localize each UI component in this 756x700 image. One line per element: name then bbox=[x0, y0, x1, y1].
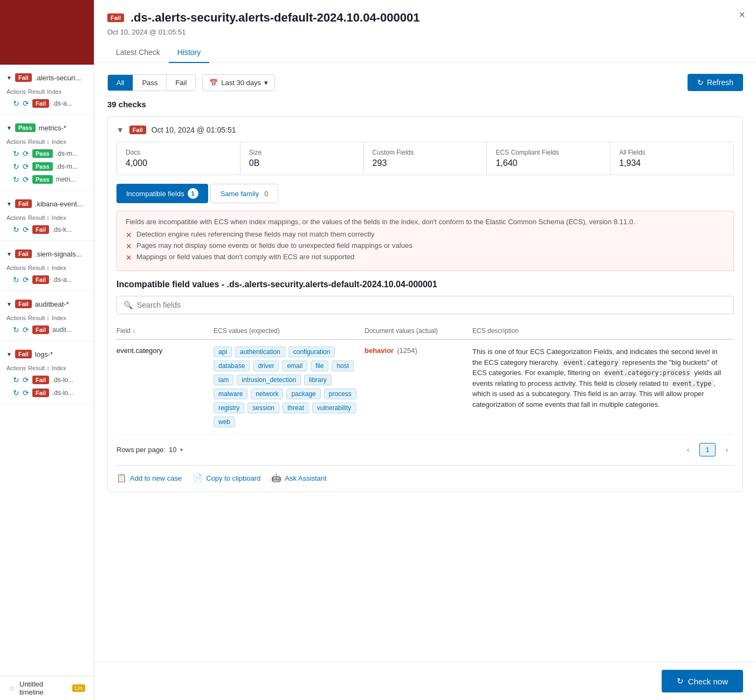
history-icon[interactable]: ⟳ bbox=[23, 275, 29, 284]
modal-close-button[interactable]: × bbox=[739, 9, 745, 21]
check-now-label: Check now bbox=[688, 677, 728, 686]
ecs-tag: api bbox=[214, 346, 232, 357]
filter-fail-button[interactable]: Fail bbox=[167, 75, 195, 91]
sidebar-group-siem-header[interactable]: ▼ Fail .siem-signals... bbox=[0, 245, 94, 262]
result-label: Result ↕ bbox=[28, 138, 50, 145]
history-icon[interactable]: ⟳ bbox=[23, 225, 29, 234]
incompat-tab-label: Incompatible fields bbox=[126, 190, 184, 198]
history-icon[interactable]: ⟳ bbox=[23, 149, 29, 158]
stats-custom-fields: Custom Fields 293 bbox=[364, 142, 487, 175]
refresh-icon[interactable]: ↻ bbox=[13, 149, 19, 158]
clipboard-icon: 📄 bbox=[193, 473, 203, 483]
page-1-button[interactable]: 1 bbox=[699, 443, 715, 456]
x-icon: ✕ bbox=[126, 242, 132, 251]
index-label: Index bbox=[52, 265, 66, 271]
x-icon: ✕ bbox=[126, 231, 132, 239]
stats-table: Docs 4,000 Size 0B Custom Fields 293 ECS… bbox=[116, 142, 734, 175]
ecs-tag: network bbox=[251, 389, 283, 399]
history-icon[interactable]: ⟳ bbox=[23, 376, 29, 384]
stats-size: Size 0B bbox=[240, 142, 364, 175]
refresh-icon[interactable]: ↻ bbox=[13, 225, 19, 234]
check-now-button[interactable]: ↻ Check now bbox=[662, 670, 743, 692]
footer-bar: ↻ Check now bbox=[94, 662, 756, 700]
chevron-down-icon[interactable]: ▼ bbox=[116, 126, 124, 134]
check-card-date: Oct 10, 2024 @ 01:05:51 bbox=[152, 126, 236, 134]
modal-body: All Pass Fail 📅 Last 30 days ▾ ↻ Refresh… bbox=[94, 63, 756, 700]
badge-fail: Fail bbox=[15, 199, 32, 208]
tab-latest-check[interactable]: Latest Check bbox=[107, 43, 169, 63]
ask-assistant-button[interactable]: 🤖 Ask Assistant bbox=[271, 473, 326, 483]
search-icon: 🔍 bbox=[123, 301, 133, 309]
ecs-tag: authentication bbox=[235, 346, 285, 357]
stats-size-value: 0B bbox=[249, 158, 355, 168]
sidebar-group-logs-header[interactable]: ▼ Fail logs-* bbox=[0, 345, 94, 363]
history-icon[interactable]: ⟳ bbox=[23, 325, 29, 334]
warning-text-3: Mappings or field values that don't comp… bbox=[136, 253, 354, 261]
rows-per-page-value: 10 bbox=[169, 446, 176, 454]
refresh-icon[interactable]: ↻ bbox=[13, 162, 19, 171]
prev-page-button[interactable]: ‹ bbox=[681, 443, 695, 456]
rows-per-page[interactable]: Rows per page: 10 ▾ bbox=[116, 446, 183, 454]
refresh-icon[interactable]: ↻ bbox=[13, 99, 19, 108]
sidebar-group-metrics-header[interactable]: ▼ Pass metrics-* bbox=[0, 119, 94, 136]
sidebar-group-header[interactable]: ▼ Fail .alerts-securi... bbox=[0, 69, 94, 86]
same-family-tab[interactable]: Same family 0 bbox=[210, 184, 279, 203]
filter-all-button[interactable]: All bbox=[108, 75, 133, 91]
table-row: event.category apiauthenticationconfigur… bbox=[116, 339, 734, 434]
index-name: audit... bbox=[52, 326, 72, 334]
ecs-tag: driver bbox=[253, 361, 279, 371]
refresh-icon[interactable]: ↻ bbox=[13, 325, 19, 334]
sidebar-group-kibana: ▼ Fail .kibana-event... Actions Result ↕… bbox=[0, 191, 94, 241]
chevron-down-icon: ▼ bbox=[6, 75, 12, 81]
sidebar-auditbeat-item-1: ↻ ⟳ Fail audit... bbox=[0, 323, 94, 336]
pagination-controls: ‹ 1 › bbox=[681, 443, 734, 456]
refresh-icon[interactable]: ↻ bbox=[13, 376, 19, 384]
ecs-tag: process bbox=[324, 389, 356, 399]
history-icon[interactable]: ⟳ bbox=[23, 389, 29, 397]
chevron-down-icon: ▼ bbox=[6, 351, 12, 357]
sidebar-group-kibana-header[interactable]: ▼ Fail .kibana-event... bbox=[0, 195, 94, 212]
sidebar-logs-actions-row: Actions Result ↕ Index bbox=[0, 363, 94, 373]
search-input[interactable] bbox=[137, 301, 727, 309]
ecs-tag: package bbox=[286, 389, 320, 399]
history-icon[interactable]: ⟳ bbox=[23, 99, 29, 108]
sort-icon[interactable]: ↕ bbox=[133, 328, 135, 334]
stats-ecs-compliant-label: ECS Compliant Fields bbox=[496, 149, 601, 156]
refresh-button[interactable]: ↻ Refresh bbox=[688, 74, 743, 91]
history-icon[interactable]: ⟳ bbox=[23, 162, 29, 171]
sidebar-group-auditbeat: ▼ Fail auditbeat-* Actions Result ↕ Inde… bbox=[0, 291, 94, 341]
warning-item-2: ✕ Pages may not display some events or f… bbox=[126, 241, 725, 251]
sidebar-group-kibana-label: .kibana-event... bbox=[35, 200, 83, 208]
actions-label: Actions bbox=[6, 365, 26, 371]
same-family-label: Same family bbox=[221, 190, 259, 198]
history-icon[interactable]: ⟳ bbox=[23, 175, 29, 184]
badge-fail-item: Fail bbox=[32, 275, 49, 284]
star-icon: ☆ bbox=[9, 684, 15, 692]
date-filter-picker[interactable]: 📅 Last 30 days ▾ bbox=[202, 74, 275, 91]
index-name: .ds-a... bbox=[52, 276, 72, 283]
sidebar-kibana-actions-row: Actions Result ↕ Index bbox=[0, 212, 94, 223]
next-page-button[interactable]: › bbox=[720, 443, 734, 456]
refresh-icon[interactable]: ↻ bbox=[13, 275, 19, 284]
timeline-bar[interactable]: ☆ Untitled timeline Un bbox=[0, 676, 94, 700]
search-bar[interactable]: 🔍 bbox=[116, 296, 734, 314]
refresh-icon[interactable]: ↻ bbox=[13, 175, 19, 184]
add-to-case-button[interactable]: 📋 Add to new case bbox=[116, 473, 182, 483]
filter-pass-button[interactable]: Pass bbox=[133, 75, 167, 91]
copy-to-clipboard-button[interactable]: 📄 Copy to clipboard bbox=[193, 473, 260, 483]
stats-all-fields-label: All Fields bbox=[619, 149, 725, 156]
sidebar: ▼ Fail .alerts-securi... Actions Result … bbox=[0, 0, 94, 700]
add-to-case-label: Add to new case bbox=[130, 474, 182, 482]
incompat-fields-tab[interactable]: Incompatible fields 1 bbox=[116, 184, 208, 203]
checks-count: 39 checks bbox=[107, 100, 743, 109]
pagination-row: Rows per page: 10 ▾ ‹ 1 › bbox=[116, 443, 734, 456]
tab-history[interactable]: History bbox=[169, 43, 210, 63]
refresh-icon[interactable]: ↻ bbox=[13, 389, 19, 397]
sidebar-group-logs-label: logs-* bbox=[35, 350, 53, 358]
chevron-down-icon: ▾ bbox=[180, 447, 183, 453]
sidebar-group-auditbeat-header[interactable]: ▼ Fail auditbeat-* bbox=[0, 295, 94, 313]
sidebar-siem-actions-row: Actions Result ↕ Index bbox=[0, 262, 94, 273]
field-values-title: Incompatible field values - .ds-.alerts-… bbox=[116, 280, 734, 289]
ecs-tag: configuration bbox=[288, 346, 335, 357]
modal-fail-badge: Fail bbox=[107, 13, 124, 22]
